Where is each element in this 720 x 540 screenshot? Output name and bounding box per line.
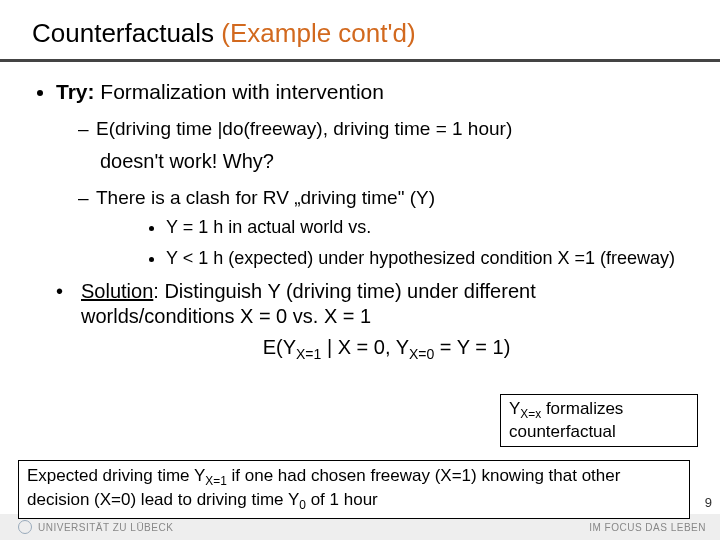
footer-left-text: UNIVERSITÄT ZU LÜBECK: [38, 522, 173, 533]
co2-a: Expected driving time Y: [27, 466, 205, 485]
solution-row: • Solution: Distinguish Y (driving time)…: [32, 279, 692, 364]
callout-expected: Expected driving time YX=1 if one had ch…: [18, 460, 690, 519]
dash-list: E(driving time |do(freeway), driving tim…: [56, 118, 692, 140]
dash-2: There is a clash for RV „driving time" (…: [78, 187, 692, 269]
equation: E(YX=1 | X = 0, YX=0 = Y = 1): [81, 335, 692, 364]
title-plain: Counterfactuals: [32, 18, 221, 48]
co1-a: Y: [509, 399, 520, 418]
callout-formalizes: YX=x formalizes counterfactual: [500, 394, 698, 447]
eq-sub1: X=1: [296, 346, 321, 362]
solution-bullet: •: [56, 279, 63, 303]
bullet-1-lead: Try:: [56, 80, 95, 103]
dash-2-text: There is a clash for RV „driving time" (…: [96, 187, 435, 208]
bullet-list: Try: Formalization with intervention E(d…: [32, 80, 692, 269]
footer-right-text: IM FOCUS DAS LEBEN: [589, 522, 706, 533]
solution-lead: Solution: [81, 280, 153, 302]
slide: Counterfactuals (Example cont'd) Try: Fo…: [0, 0, 720, 540]
co1-sub: X=x: [520, 407, 541, 421]
eq-mid: | X = 0, Y: [321, 336, 409, 358]
subdot-2: Y < 1 h (expected) under hypothesized co…: [166, 248, 692, 269]
solution-text: Solution: Distinguish Y (driving time) u…: [81, 279, 692, 364]
title-divider: [0, 59, 720, 62]
footer-left: UNIVERSITÄT ZU LÜBECK: [18, 520, 173, 534]
subdot-list: Y = 1 h in actual world vs. Y < 1 h (exp…: [96, 217, 692, 269]
co2-c: of 1 hour: [306, 490, 378, 509]
page-number: 9: [705, 495, 712, 510]
dash-list-2: There is a clash for RV „driving time" (…: [56, 187, 692, 269]
university-logo-icon: [18, 520, 32, 534]
eq-end: = Y = 1): [434, 336, 510, 358]
subdot-1: Y = 1 h in actual world vs.: [166, 217, 692, 238]
title-accent: (Example cont'd): [221, 18, 415, 48]
bullet-1-rest: Formalization with intervention: [95, 80, 384, 103]
bullet-1: Try: Formalization with intervention E(d…: [56, 80, 692, 269]
dash-1-tail: doesn't work! Why?: [56, 150, 692, 173]
dash-1: E(driving time |do(freeway), driving tim…: [78, 118, 692, 140]
co2-s2: 0: [299, 499, 306, 513]
slide-title: Counterfactuals (Example cont'd): [32, 18, 692, 49]
eq-a: E(Y: [263, 336, 296, 358]
eq-sub2: X=0: [409, 346, 434, 362]
co2-s1: X=1: [205, 474, 227, 488]
